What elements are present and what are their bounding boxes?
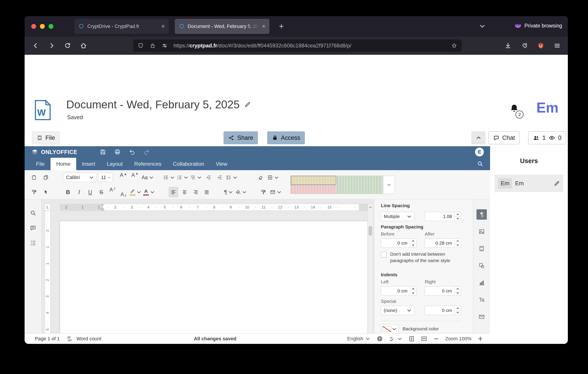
vertical-ruler[interactable]: 2 1 1 2 3 4 5 6 bbox=[45, 211, 51, 344]
strikethrough-icon[interactable]: S bbox=[96, 187, 106, 197]
chart-settings-tab-icon[interactable] bbox=[476, 277, 487, 288]
language-select[interactable]: English bbox=[347, 336, 371, 342]
menu-hamburger-icon[interactable] bbox=[551, 40, 563, 52]
paragraph-settings-tab-icon[interactable]: ¶ bbox=[476, 209, 487, 220]
superscript-icon[interactable]: A2 bbox=[107, 187, 117, 197]
tab-overflow-chevron-icon[interactable] bbox=[479, 22, 486, 30]
shading-icon[interactable] bbox=[235, 187, 247, 197]
increase-font-size-icon[interactable]: A▲ bbox=[118, 172, 128, 183]
scroll-up-icon[interactable] bbox=[368, 205, 373, 210]
comments-icon[interactable] bbox=[30, 225, 36, 231]
insert-symbol-icon[interactable] bbox=[258, 187, 268, 197]
tab-close-icon[interactable]: × bbox=[161, 23, 165, 30]
tab-cryptdrive[interactable]: CryptDrive - CryptPad.fr × bbox=[74, 19, 169, 34]
menu-insert[interactable]: Insert bbox=[76, 158, 101, 170]
horizontal-ruler[interactable]: 2 1 1 2 3 4 5 6 7 8 9 10 bbox=[60, 204, 368, 211]
special-select[interactable]: (none) bbox=[381, 306, 415, 315]
tab-document[interactable]: Document - Wed, February 5, 2025 × bbox=[175, 19, 269, 34]
align-center-icon[interactable] bbox=[180, 187, 189, 197]
rename-pencil-icon[interactable] bbox=[244, 101, 251, 108]
edit-name-pencil-icon[interactable] bbox=[554, 180, 560, 187]
fit-page-icon[interactable] bbox=[408, 335, 415, 342]
reload-button[interactable] bbox=[62, 40, 73, 52]
align-justify-icon[interactable] bbox=[202, 187, 211, 197]
numbering-icon[interactable] bbox=[177, 172, 189, 183]
zoom-in-icon[interactable] bbox=[477, 336, 483, 342]
zoom-out-icon[interactable] bbox=[433, 336, 439, 342]
text-art-settings-tab-icon[interactable]: Ta bbox=[476, 294, 487, 305]
account-avatar[interactable]: Em bbox=[536, 100, 558, 116]
align-right-icon[interactable] bbox=[191, 187, 200, 197]
bookmark-star-icon[interactable] bbox=[451, 42, 457, 49]
share-button[interactable]: Share bbox=[223, 131, 258, 144]
access-button[interactable]: Access bbox=[267, 131, 305, 144]
font-color-icon[interactable]: A bbox=[143, 187, 155, 197]
vertical-scrollbar[interactable] bbox=[368, 204, 373, 344]
paragraph-borders-icon[interactable] bbox=[267, 172, 279, 183]
tracking-protection-shield-icon[interactable] bbox=[137, 42, 144, 49]
window-close-button[interactable] bbox=[31, 24, 36, 29]
style-preview[interactable] bbox=[337, 176, 383, 194]
menu-references[interactable]: References bbox=[128, 158, 167, 170]
clear-style-icon[interactable] bbox=[256, 172, 265, 183]
tab-stop-selector[interactable]: L bbox=[45, 204, 51, 211]
menu-view[interactable]: View bbox=[210, 158, 233, 170]
vertical-scrollbar-thumb[interactable] bbox=[369, 226, 372, 236]
italic-icon[interactable]: I bbox=[74, 187, 84, 197]
userlist-toggle-button[interactable]: 1 0 bbox=[528, 131, 566, 144]
mail-merge-icon[interactable] bbox=[270, 187, 282, 197]
document-page[interactable] bbox=[60, 221, 368, 344]
styles-gallery-expand-icon[interactable] bbox=[383, 176, 395, 194]
decrease-indent-icon[interactable] bbox=[204, 172, 213, 183]
line-spacing-icon[interactable] bbox=[226, 172, 238, 183]
window-zoom-button[interactable] bbox=[49, 24, 53, 29]
spinner[interactable] bbox=[454, 287, 461, 295]
redo-icon[interactable] bbox=[143, 149, 150, 155]
subscript-icon[interactable]: A2 bbox=[118, 187, 128, 197]
file-menu-button[interactable]: File bbox=[32, 131, 60, 144]
url-bar[interactable]: https://cryptpad.fr/doc/#/3/doc/edit/ff0… bbox=[133, 40, 462, 52]
menu-layout[interactable]: Layout bbox=[101, 158, 128, 170]
increase-indent-icon[interactable] bbox=[215, 172, 224, 183]
underline-icon[interactable]: U bbox=[85, 187, 95, 197]
style-preview-selected[interactable] bbox=[291, 176, 336, 185]
change-case-icon[interactable]: Aa bbox=[142, 172, 154, 183]
extensions-puzzle-icon[interactable] bbox=[519, 40, 530, 52]
page-indicator[interactable]: Page 1 of 1 bbox=[35, 336, 60, 342]
chat-button[interactable]: Chat bbox=[489, 131, 520, 144]
align-left-icon[interactable] bbox=[168, 187, 178, 197]
new-tab-button[interactable]: + bbox=[276, 21, 287, 32]
header-footer-settings-tab-icon[interactable] bbox=[476, 243, 487, 254]
select-all-icon[interactable] bbox=[41, 187, 51, 197]
shape-settings-tab-icon[interactable] bbox=[476, 260, 487, 271]
undo-icon[interactable] bbox=[129, 149, 135, 155]
tab-close-icon[interactable]: × bbox=[262, 23, 265, 30]
document-language-globe-icon[interactable] bbox=[377, 335, 383, 342]
spinner[interactable] bbox=[454, 212, 461, 221]
spellcheck-icon[interactable] bbox=[389, 335, 403, 342]
spinner[interactable] bbox=[454, 306, 461, 315]
copy-icon[interactable] bbox=[41, 172, 51, 183]
image-settings-tab-icon[interactable] bbox=[476, 226, 487, 237]
print-icon[interactable] bbox=[114, 149, 121, 155]
multilevel-list-icon[interactable] bbox=[190, 172, 202, 183]
back-button[interactable] bbox=[30, 40, 42, 52]
home-button[interactable] bbox=[78, 40, 89, 52]
navigation-headings-icon[interactable] bbox=[30, 240, 36, 246]
bullets-icon[interactable] bbox=[163, 172, 175, 183]
window-minimize-button[interactable] bbox=[40, 24, 45, 29]
indent-marker[interactable] bbox=[99, 204, 105, 211]
decrease-font-size-icon[interactable]: A▼ bbox=[130, 172, 140, 183]
spinner[interactable] bbox=[410, 239, 416, 248]
background-color-picker[interactable] bbox=[381, 324, 399, 334]
paste-icon[interactable] bbox=[29, 172, 39, 183]
bold-icon[interactable]: B bbox=[63, 187, 73, 197]
collapse-toolbar-button[interactable] bbox=[472, 131, 485, 144]
ublock-origin-icon[interactable] bbox=[535, 40, 546, 52]
editor-search-icon[interactable] bbox=[477, 160, 483, 167]
paragraph-marks-icon[interactable]: ¶ bbox=[224, 187, 234, 197]
highlight-color-icon[interactable] bbox=[130, 187, 142, 197]
no-interval-checkbox[interactable] bbox=[381, 252, 387, 258]
line-spacing-select[interactable]: Multiple bbox=[381, 212, 415, 221]
word-count-label[interactable]: Word count bbox=[77, 336, 102, 342]
